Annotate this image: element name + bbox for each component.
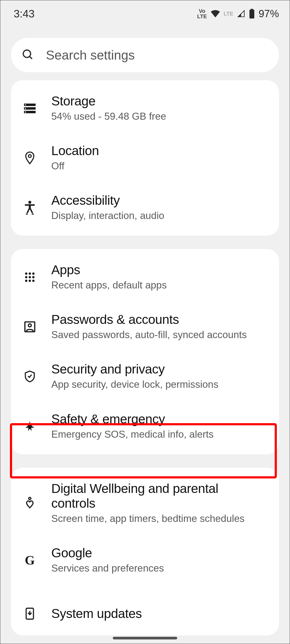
svg-point-20: [29, 276, 31, 278]
settings-row-apps[interactable]: Apps Recent apps, default apps: [11, 252, 279, 302]
wifi-icon: [211, 10, 220, 17]
location-icon: [19, 152, 41, 164]
svg-point-17: [29, 272, 31, 275]
lte-indicator: LTE: [224, 11, 233, 16]
gesture-bar: [113, 637, 177, 639]
status-right: Vo LTE LTE 97%: [197, 8, 279, 20]
row-subtitle: Recent apps, default apps: [51, 279, 167, 292]
svg-point-16: [25, 272, 27, 275]
row-title: Storage: [51, 94, 166, 108]
svg-point-18: [32, 272, 35, 275]
row-title: Digital Wellbeing and parental controls: [51, 481, 255, 511]
row-title: Apps: [51, 262, 167, 277]
accessibility-icon: [19, 201, 41, 215]
row-title: Accessibility: [51, 193, 164, 208]
settings-group: Digital Wellbeing and parental controls …: [11, 468, 279, 635]
svg-rect-9: [25, 111, 26, 112]
wellbeing-icon: [19, 497, 41, 510]
settings-row-system-updates[interactable]: System updates: [11, 585, 279, 632]
svg-point-23: [29, 280, 31, 282]
svg-rect-15: [32, 214, 34, 215]
status-time: 3:43: [14, 8, 35, 20]
row-title: Google: [51, 546, 164, 560]
svg-line-3: [30, 56, 32, 59]
settings-group: Storage 54% used - 59.48 GB free Locatio…: [11, 80, 279, 236]
row-subtitle: Services and preferences: [51, 562, 164, 575]
settings-row-storage[interactable]: Storage 54% used - 59.48 GB free: [11, 83, 279, 133]
settings-row-safety-emergency[interactable]: Safety & emergency Emergency SOS, medica…: [11, 401, 279, 451]
row-title: Passwords & accounts: [51, 312, 247, 327]
row-subtitle: Emergency SOS, medical info, alerts: [51, 428, 214, 441]
svg-point-27: [29, 497, 31, 499]
signal-icon: [237, 10, 245, 17]
svg-point-22: [25, 280, 27, 282]
row-title: Safety & emergency: [51, 412, 214, 426]
search-input[interactable]: [46, 48, 268, 63]
settings-row-security[interactable]: Security and privacy App security, devic…: [11, 352, 279, 401]
svg-rect-7: [25, 104, 26, 105]
svg-point-21: [32, 276, 35, 278]
settings-row-digital-wellbeing[interactable]: Digital Wellbeing and parental controls …: [11, 471, 279, 535]
svg-point-19: [25, 276, 27, 278]
svg-rect-8: [25, 108, 26, 109]
svg-point-2: [23, 50, 31, 58]
shield-icon: [19, 370, 41, 383]
apps-icon: [19, 272, 41, 283]
row-subtitle: Screen time, app timers, bedtime schedul…: [51, 512, 255, 525]
battery-percent: 97%: [259, 8, 279, 20]
search-icon: [22, 49, 34, 61]
row-subtitle: App security, device lock, permissions: [51, 378, 218, 391]
emergency-asterisk-icon: [19, 420, 41, 432]
svg-rect-1: [249, 10, 254, 19]
row-subtitle: 54% used - 59.48 GB free: [51, 110, 166, 123]
settings-row-passwords[interactable]: Passwords & accounts Saved passwords, au…: [11, 302, 279, 352]
row-title: Location: [51, 143, 99, 158]
svg-rect-0: [251, 9, 253, 10]
search-bar[interactable]: [11, 38, 279, 72]
svg-point-11: [28, 201, 31, 204]
svg-point-10: [28, 155, 31, 158]
settings-row-accessibility[interactable]: Accessibility Display, interaction, audi…: [11, 183, 279, 232]
svg-point-26: [28, 324, 31, 327]
svg-point-24: [32, 280, 35, 282]
row-title: Security and privacy: [51, 362, 218, 376]
row-subtitle: Saved passwords, auto-fill, synced accou…: [51, 328, 247, 341]
row-subtitle: Off: [51, 160, 99, 173]
battery-icon: [249, 9, 255, 19]
row-title: System updates: [51, 606, 142, 621]
settings-row-location[interactable]: Location Off: [11, 133, 279, 183]
status-bar: 3:43 Vo LTE LTE 97%: [0, 0, 290, 27]
volte-indicator: Vo LTE: [197, 8, 207, 19]
storage-icon: [19, 104, 41, 113]
system-update-icon: [19, 607, 41, 620]
settings-group: Apps Recent apps, default apps Passwords…: [11, 249, 279, 454]
row-subtitle: Display, interaction, audio: [51, 209, 164, 222]
settings-row-google[interactable]: G Google Services and preferences: [11, 535, 279, 585]
google-icon: G: [19, 553, 41, 568]
account-box-icon: [19, 321, 41, 333]
svg-rect-14: [26, 214, 28, 215]
